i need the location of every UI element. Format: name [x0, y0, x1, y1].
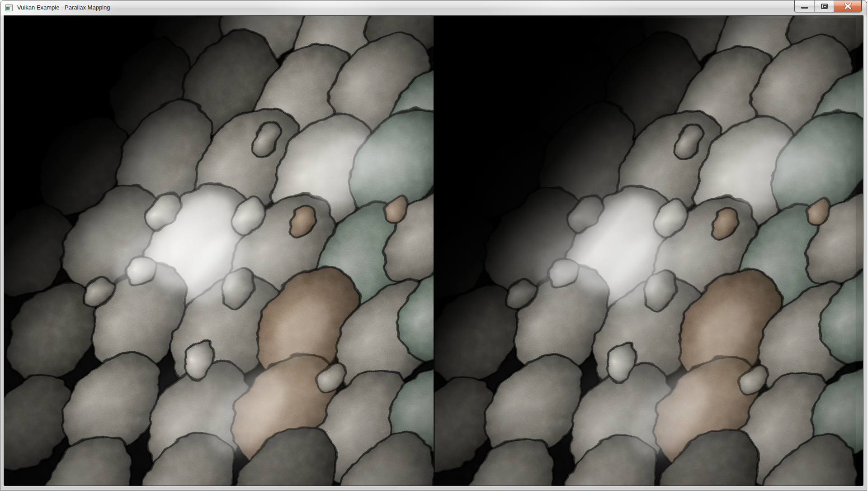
minimize-dash-icon [801, 7, 808, 9]
app-window-icon[interactable] [5, 4, 13, 11]
render-canvas[interactable] [4, 16, 863, 486]
render-output-area [4, 15, 863, 486]
maximize-button[interactable] [814, 0, 834, 12]
titlebar[interactable]: Vulkan Example - Parallax Mapping [0, 0, 867, 15]
render-view-left [4, 16, 494, 486]
render-view-right [391, 16, 863, 486]
titlebar-sheen [0, 0, 867, 15]
close-button[interactable] [834, 0, 861, 12]
minimize-button[interactable] [795, 0, 814, 12]
desktop-background: { "window": { "title": "Vulkan Example -… [0, 0, 868, 491]
app-window: Vulkan Example - Parallax Mapping [0, 0, 867, 491]
close-x-icon [844, 3, 852, 10]
app-icon-side-part [9, 7, 12, 10]
maximize-square-icon [821, 4, 828, 9]
caption-buttons [794, 0, 862, 12]
right-view-dim-overlay [434, 16, 863, 486]
window-title: Vulkan Example - Parallax Mapping [17, 0, 110, 15]
view-split-seam [434, 16, 435, 486]
